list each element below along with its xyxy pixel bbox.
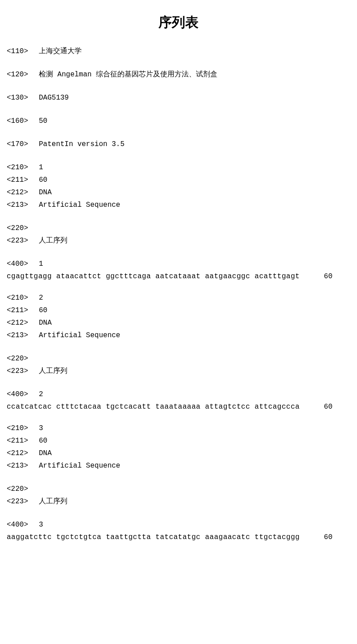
- seq-220: <220>: [7, 223, 350, 234]
- val: 1: [39, 162, 43, 173]
- seq-223: <223> 人工序列: [7, 496, 350, 507]
- tag: <213>: [7, 330, 39, 341]
- tag: <213>: [7, 200, 39, 210]
- val: 60: [39, 305, 47, 316]
- seq-223: <223> 人工序列: [7, 235, 350, 246]
- tag: <223>: [7, 235, 39, 246]
- tag-110: <110>: [7, 46, 39, 57]
- seq-400: <400> 3: [7, 519, 350, 530]
- tag-120: <120>: [7, 69, 39, 80]
- val-160: 50: [39, 116, 47, 126]
- val: Artificial Sequence: [39, 200, 120, 210]
- header-130: <130> DAG5139: [7, 92, 350, 103]
- tag: <210>: [7, 293, 39, 303]
- tag: <223>: [7, 366, 39, 376]
- val: 2: [39, 389, 43, 400]
- tag: <400>: [7, 389, 39, 400]
- val: Artificial Sequence: [39, 330, 120, 341]
- tag: <400>: [7, 519, 39, 530]
- val: 60: [39, 175, 47, 185]
- seq-211: <211> 60: [7, 435, 350, 446]
- seq-210: <210> 1: [7, 162, 350, 173]
- tag: <223>: [7, 496, 39, 507]
- seq-400: <400> 2: [7, 389, 350, 400]
- seq-data-row: ccatcatcac ctttctacaa tgctcacatt taaataa…: [7, 401, 350, 412]
- val: Artificial Sequence: [39, 460, 120, 471]
- header-160: <160> 50: [7, 116, 350, 126]
- header-170: <170> PatentIn version 3.5: [7, 139, 350, 150]
- val: 2: [39, 293, 43, 303]
- seq-data-row: aaggatcttc tgctctgtca taattgctta tatcata…: [7, 532, 350, 543]
- seq-223: <223> 人工序列: [7, 366, 350, 376]
- tag: <212>: [7, 318, 39, 328]
- tag: <220>: [7, 223, 39, 234]
- val-170: PatentIn version 3.5: [39, 139, 125, 150]
- tag-130: <130>: [7, 92, 39, 103]
- seq-211: <211> 60: [7, 175, 350, 185]
- seq-num: 60: [324, 401, 332, 412]
- val: 3: [39, 519, 43, 530]
- seq-212: <212> DNA: [7, 318, 350, 328]
- seq-212: <212> DNA: [7, 448, 350, 459]
- tag: <211>: [7, 435, 39, 446]
- seq-210: <210> 2: [7, 293, 350, 303]
- seq-212: <212> DNA: [7, 187, 350, 198]
- seq-213: <213> Artificial Sequence: [7, 460, 350, 471]
- tag: <220>: [7, 484, 39, 494]
- seq-num: 60: [324, 532, 332, 543]
- seq-220: <220>: [7, 484, 350, 494]
- tag: <210>: [7, 162, 39, 173]
- seq-text: cgagttgagg ataacattct ggctttcaga aatcata…: [7, 271, 300, 282]
- header-120: <120> 检测 Angelman 综合征的基因芯片及使用方法、试剂盒: [7, 69, 350, 80]
- tag: <212>: [7, 448, 39, 459]
- tag: <211>: [7, 305, 39, 316]
- val-120: 检测 Angelman 综合征的基因芯片及使用方法、试剂盒: [39, 69, 217, 80]
- seq-213: <213> Artificial Sequence: [7, 200, 350, 210]
- document-title: 序列表: [7, 13, 350, 32]
- tag: <210>: [7, 423, 39, 434]
- val: 人工序列: [39, 366, 67, 376]
- val: 3: [39, 423, 43, 434]
- val: 60: [39, 435, 47, 446]
- val: DNA: [39, 187, 52, 198]
- val: DNA: [39, 448, 52, 459]
- tag: <211>: [7, 175, 39, 185]
- val: 1: [39, 259, 43, 269]
- seq-num: 60: [324, 271, 332, 282]
- seq-213: <213> Artificial Sequence: [7, 330, 350, 341]
- tag-160: <160>: [7, 116, 39, 126]
- val-110: 上海交通大学: [39, 46, 82, 57]
- header-110: <110> 上海交通大学: [7, 46, 350, 57]
- seq-220: <220>: [7, 353, 350, 364]
- tag: <212>: [7, 187, 39, 198]
- seq-text: ccatcatcac ctttctacaa tgctcacatt taaataa…: [7, 401, 300, 412]
- seq-text: aaggatcttc tgctctgtca taattgctta tatcata…: [7, 532, 300, 543]
- seq-400: <400> 1: [7, 259, 350, 269]
- val: 人工序列: [39, 235, 67, 246]
- val: 人工序列: [39, 496, 67, 507]
- seq-211: <211> 60: [7, 305, 350, 316]
- val: DNA: [39, 318, 52, 328]
- tag: <213>: [7, 460, 39, 471]
- tag: <220>: [7, 353, 39, 364]
- seq-data-row: cgagttgagg ataacattct ggctttcaga aatcata…: [7, 271, 350, 282]
- tag: <400>: [7, 259, 39, 269]
- val-130: DAG5139: [39, 92, 69, 103]
- seq-210: <210> 3: [7, 423, 350, 434]
- tag-170: <170>: [7, 139, 39, 150]
